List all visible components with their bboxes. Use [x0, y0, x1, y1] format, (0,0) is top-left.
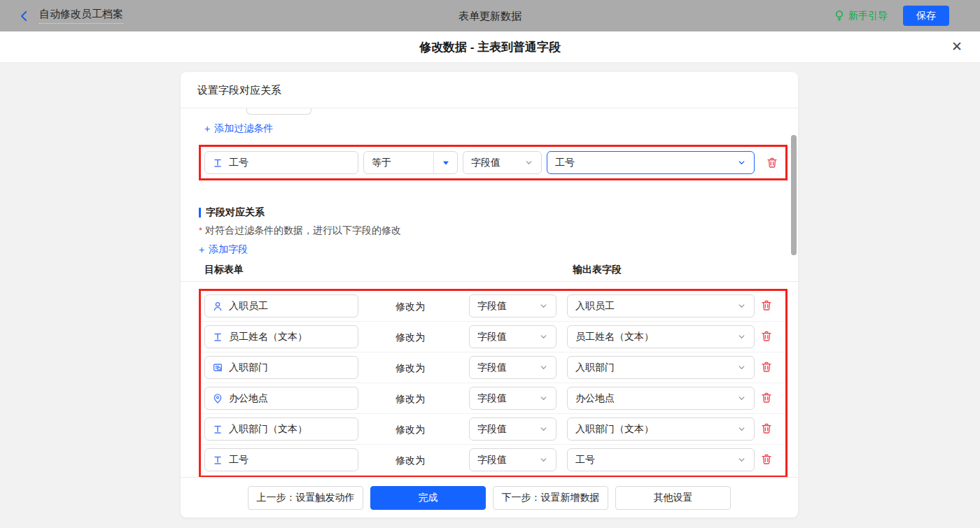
trash-icon [760, 422, 773, 435]
value-type-value: 字段值 [470, 331, 538, 343]
filter-value-type-select[interactable]: 字段值 [463, 151, 542, 174]
other-settings-button[interactable]: 其他设置 [615, 486, 731, 510]
section-accent-bar [199, 208, 201, 217]
chevron-down-icon [736, 301, 747, 311]
card-footer: 上一步：设置触发动作 完成 下一步：设置新增数据 其他设置 [181, 486, 798, 510]
delete-row-button[interactable] [760, 453, 773, 466]
output-field-value: 工号 [568, 454, 736, 466]
delete-row-button[interactable] [760, 361, 773, 373]
add-filter-condition-link[interactable]: + 添加过滤条件 [204, 122, 273, 135]
filter-field-input[interactable]: 工号 [204, 151, 358, 174]
location-pin-icon [212, 393, 223, 404]
output-field-select[interactable]: 工号 [567, 448, 755, 471]
table-row: 入职部门（文本） 修改为 字段值 入职部门（文本） [201, 414, 785, 445]
target-field-input[interactable]: 入职员工 [204, 294, 358, 317]
value-type-value: 字段值 [470, 392, 538, 405]
text-field-icon [212, 424, 223, 435]
chevron-down-icon [538, 301, 549, 311]
filter-field-value: 工号 [223, 157, 358, 169]
modify-label: 修改为 [396, 383, 425, 414]
beginner-guide-link[interactable]: 新手引导 [834, 10, 888, 22]
chevron-down-icon [538, 362, 549, 373]
table-row: 入职员工 修改为 字段值 入职员工 [201, 291, 785, 322]
prev-step-button[interactable]: 上一步：设置触发动作 [248, 486, 363, 510]
delete-row-button[interactable] [760, 330, 773, 343]
modify-label: 修改为 [396, 352, 425, 383]
value-type-value: 字段值 [470, 423, 538, 436]
output-field-value: 入职部门 [568, 362, 736, 374]
text-field-icon [212, 331, 223, 343]
chevron-down-icon [538, 424, 549, 434]
table-row: 入职部门 修改为 字段值 入职部门 [201, 352, 785, 383]
output-field-select[interactable]: 入职部门（文本） [567, 418, 755, 441]
value-type-value: 字段值 [470, 300, 538, 313]
value-type-select[interactable]: 字段值 [469, 418, 556, 441]
text-field-icon [212, 157, 223, 169]
field-mapping-card: 设置字段对应关系 + 添加过滤条件 工号 等于 字段值 工号 [181, 72, 798, 518]
output-field-select[interactable]: 办公地点 [567, 387, 755, 410]
output-field-value: 入职员工 [568, 300, 736, 313]
done-button[interactable]: 完成 [370, 486, 486, 510]
target-field-input[interactable]: 入职部门 [204, 356, 358, 379]
table-row: 工号 修改为 字段值 工号 [201, 445, 785, 476]
value-type-select[interactable]: 字段值 [469, 356, 556, 379]
clipped-control [246, 108, 312, 115]
target-field-value: 员工姓名（文本） [223, 331, 358, 343]
filter-operator-select[interactable]: 等于 [363, 151, 458, 174]
target-field-input[interactable]: 员工姓名（文本） [204, 325, 358, 348]
delete-row-button[interactable] [760, 422, 773, 435]
trash-icon [760, 361, 773, 373]
modify-label: 修改为 [396, 291, 425, 322]
mapping-section-title: 字段对应关系 [199, 206, 265, 219]
value-type-value: 字段值 [470, 454, 538, 466]
chevron-down-icon [538, 393, 549, 404]
description-text: 对符合过滤条件的数据，进行以下字段的修改 [205, 224, 401, 236]
add-field-link[interactable]: + 添加字段 [199, 243, 248, 256]
caret-down-icon[interactable] [433, 152, 457, 173]
delete-filter-button[interactable] [766, 157, 778, 169]
trash-icon [760, 299, 773, 312]
value-type-select[interactable]: 字段值 [469, 448, 556, 471]
chevron-down-icon [736, 331, 747, 342]
workflow-title[interactable]: 自动修改员工档案 [39, 8, 123, 24]
table-row: 办公地点 修改为 字段值 办公地点 [201, 383, 785, 414]
delete-row-button[interactable] [760, 392, 773, 404]
scrollbar-thumb[interactable] [791, 135, 797, 255]
guide-label: 新手引导 [848, 10, 888, 22]
next-step-button[interactable]: 下一步：设置新增数据 [493, 486, 608, 510]
close-icon[interactable]: ✕ [951, 38, 962, 55]
target-field-input[interactable]: 入职部门（文本） [204, 418, 358, 441]
target-field-input[interactable]: 办公地点 [204, 387, 358, 410]
trash-icon [760, 453, 773, 466]
section-title-text: 字段对应关系 [206, 206, 265, 219]
filter-value-select[interactable]: 工号 [547, 151, 755, 174]
target-field-value: 办公地点 [223, 392, 358, 405]
dialog-title: 修改数据 - 主表到普通字段 [419, 31, 561, 63]
value-type-select[interactable]: 字段值 [469, 294, 556, 317]
back-chevron-icon[interactable] [18, 10, 29, 22]
plus-icon: + [204, 123, 210, 134]
output-field-value: 员工姓名（文本） [568, 331, 736, 343]
modify-label: 修改为 [396, 322, 425, 352]
value-type-select[interactable]: 字段值 [469, 325, 556, 348]
column-header-target: 目标表单 [204, 264, 244, 276]
mapping-description: *对符合过滤条件的数据，进行以下字段的修改 [199, 224, 401, 237]
filter-value-value: 工号 [547, 157, 736, 169]
required-marker: * [199, 225, 202, 236]
footer-divider [181, 477, 798, 478]
output-field-select[interactable]: 员工姓名（文本） [567, 325, 755, 348]
value-type-select[interactable]: 字段值 [469, 387, 556, 410]
output-field-select[interactable]: 入职部门 [567, 356, 755, 379]
table-row: 员工姓名（文本） 修改为 字段值 员工姓名（文本） [201, 322, 785, 352]
modify-label: 修改为 [396, 445, 425, 476]
chevron-down-icon [538, 455, 549, 465]
delete-row-button[interactable] [760, 299, 773, 312]
header-divider [181, 281, 798, 282]
filter-operator-value: 等于 [364, 157, 433, 169]
target-field-input[interactable]: 工号 [204, 448, 358, 471]
output-field-select[interactable]: 入职员工 [567, 294, 755, 317]
save-button[interactable]: 保存 [903, 6, 949, 26]
chevron-down-icon [736, 157, 747, 168]
chevron-down-icon [736, 455, 747, 465]
person-icon [212, 301, 223, 312]
